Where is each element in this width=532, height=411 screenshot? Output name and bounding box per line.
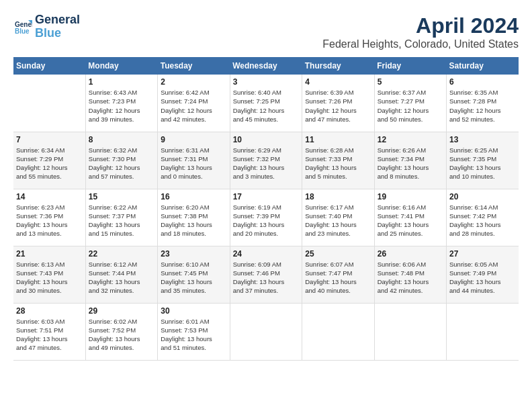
day-number: 21 (16, 249, 83, 259)
day-info: Sunrise: 6:01 AM Sunset: 7:53 PM Dayligh… (161, 317, 226, 353)
day-info: Sunrise: 6:22 AM Sunset: 7:37 PM Dayligh… (89, 203, 154, 238)
day-number: 25 (305, 249, 371, 259)
day-info: Sunrise: 6:34 AM Sunset: 7:29 PM Dayligh… (16, 146, 83, 181)
header-day-tuesday: Tuesday (158, 57, 230, 75)
calendar-cell: 13Sunrise: 6:25 AM Sunset: 7:35 PM Dayli… (447, 132, 519, 189)
calendar-cell: 27Sunrise: 6:05 AM Sunset: 7:49 PM Dayli… (447, 246, 519, 303)
calendar-cell: 8Sunrise: 6:32 AM Sunset: 7:30 PM Daylig… (85, 132, 157, 189)
day-number: 15 (89, 192, 154, 201)
day-info: Sunrise: 6:28 AM Sunset: 7:33 PM Dayligh… (305, 146, 371, 181)
day-number: 13 (449, 135, 516, 144)
calendar-cell: 18Sunrise: 6:17 AM Sunset: 7:40 PM Dayli… (302, 189, 374, 246)
day-number: 26 (378, 249, 443, 259)
day-number: 3 (233, 77, 300, 87)
day-info: Sunrise: 6:43 AM Sunset: 7:23 PM Dayligh… (89, 88, 154, 124)
calendar-cell: 16Sunrise: 6:20 AM Sunset: 7:38 PM Dayli… (158, 189, 230, 246)
calendar-cell: 3Sunrise: 6:40 AM Sunset: 7:25 PM Daylig… (230, 75, 302, 132)
day-info: Sunrise: 6:07 AM Sunset: 7:47 PM Dayligh… (305, 260, 371, 295)
calendar-cell (374, 303, 446, 360)
title-block: April 2024 Federal Heights, Colorado, Un… (322, 13, 519, 50)
calendar-week-1: 1Sunrise: 6:43 AM Sunset: 7:23 PM Daylig… (13, 75, 519, 132)
day-info: Sunrise: 6:37 AM Sunset: 7:27 PM Dayligh… (378, 88, 443, 124)
location-title: Federal Heights, Colorado, United States (322, 38, 519, 50)
logo-icon: General Blue (13, 17, 32, 36)
day-number: 12 (378, 135, 443, 144)
day-number: 7 (16, 135, 83, 144)
calendar-cell: 25Sunrise: 6:07 AM Sunset: 7:47 PM Dayli… (302, 246, 374, 303)
day-number: 30 (161, 306, 226, 316)
calendar-week-2: 7Sunrise: 6:34 AM Sunset: 7:29 PM Daylig… (13, 132, 519, 189)
day-number: 28 (16, 306, 83, 316)
day-number: 24 (233, 249, 300, 259)
header-day-saturday: Saturday (447, 57, 519, 75)
day-info: Sunrise: 6:19 AM Sunset: 7:39 PM Dayligh… (233, 203, 300, 238)
calendar-cell: 26Sunrise: 6:06 AM Sunset: 7:48 PM Dayli… (374, 246, 446, 303)
day-number: 5 (378, 77, 443, 87)
calendar-cell: 30Sunrise: 6:01 AM Sunset: 7:53 PM Dayli… (158, 303, 230, 360)
day-number: 17 (233, 192, 300, 201)
day-number: 16 (161, 192, 226, 201)
day-info: Sunrise: 6:10 AM Sunset: 7:45 PM Dayligh… (161, 260, 226, 295)
day-info: Sunrise: 6:26 AM Sunset: 7:34 PM Dayligh… (378, 146, 443, 181)
day-info: Sunrise: 6:42 AM Sunset: 7:24 PM Dayligh… (161, 88, 226, 124)
calendar-header: SundayMondayTuesdayWednesdayThursdayFrid… (13, 57, 519, 75)
calendar-cell: 4Sunrise: 6:39 AM Sunset: 7:26 PM Daylig… (302, 75, 374, 132)
calendar-cell: 5Sunrise: 6:37 AM Sunset: 7:27 PM Daylig… (374, 75, 446, 132)
day-info: Sunrise: 6:17 AM Sunset: 7:40 PM Dayligh… (305, 203, 371, 238)
calendar-week-4: 21Sunrise: 6:13 AM Sunset: 7:43 PM Dayli… (13, 246, 519, 303)
logo-text: General Blue (35, 13, 80, 40)
calendar-body: 1Sunrise: 6:43 AM Sunset: 7:23 PM Daylig… (13, 75, 519, 360)
calendar-cell: 29Sunrise: 6:02 AM Sunset: 7:52 PM Dayli… (85, 303, 157, 360)
header-day-sunday: Sunday (13, 57, 85, 75)
day-info: Sunrise: 6:35 AM Sunset: 7:28 PM Dayligh… (449, 88, 516, 124)
calendar-cell: 23Sunrise: 6:10 AM Sunset: 7:45 PM Dayli… (158, 246, 230, 303)
calendar-cell: 1Sunrise: 6:43 AM Sunset: 7:23 PM Daylig… (85, 75, 157, 132)
calendar-cell: 6Sunrise: 6:35 AM Sunset: 7:28 PM Daylig… (447, 75, 519, 132)
day-number: 20 (449, 192, 516, 201)
day-info: Sunrise: 6:16 AM Sunset: 7:41 PM Dayligh… (378, 203, 443, 238)
day-number: 11 (305, 135, 371, 144)
day-number: 14 (16, 192, 83, 201)
calendar-cell: 20Sunrise: 6:14 AM Sunset: 7:42 PM Dayli… (447, 189, 519, 246)
day-number: 6 (449, 77, 516, 87)
day-info: Sunrise: 6:25 AM Sunset: 7:35 PM Dayligh… (449, 146, 516, 181)
calendar-cell: 19Sunrise: 6:16 AM Sunset: 7:41 PM Dayli… (374, 189, 446, 246)
header-day-friday: Friday (374, 57, 446, 75)
day-info: Sunrise: 6:06 AM Sunset: 7:48 PM Dayligh… (378, 260, 443, 295)
header-day-thursday: Thursday (302, 57, 374, 75)
day-info: Sunrise: 6:13 AM Sunset: 7:43 PM Dayligh… (16, 260, 83, 295)
calendar-cell: 14Sunrise: 6:23 AM Sunset: 7:36 PM Dayli… (13, 189, 85, 246)
calendar-cell: 21Sunrise: 6:13 AM Sunset: 7:43 PM Dayli… (13, 246, 85, 303)
day-info: Sunrise: 6:40 AM Sunset: 7:25 PM Dayligh… (233, 88, 300, 124)
day-info: Sunrise: 6:03 AM Sunset: 7:51 PM Dayligh… (16, 317, 83, 353)
day-info: Sunrise: 6:05 AM Sunset: 7:49 PM Dayligh… (449, 260, 516, 295)
day-number: 4 (305, 77, 371, 87)
svg-text:Blue: Blue (15, 28, 30, 35)
calendar-week-3: 14Sunrise: 6:23 AM Sunset: 7:36 PM Dayli… (13, 189, 519, 246)
month-title: April 2024 (322, 13, 519, 38)
calendar-cell: 15Sunrise: 6:22 AM Sunset: 7:37 PM Dayli… (85, 189, 157, 246)
day-number: 27 (449, 249, 516, 259)
page-header: General Blue General Blue April 2024 Fed… (13, 13, 519, 50)
day-info: Sunrise: 6:12 AM Sunset: 7:44 PM Dayligh… (89, 260, 154, 295)
calendar-cell: 28Sunrise: 6:03 AM Sunset: 7:51 PM Dayli… (13, 303, 85, 360)
calendar-cell: 12Sunrise: 6:26 AM Sunset: 7:34 PM Dayli… (374, 132, 446, 189)
calendar-cell: 9Sunrise: 6:31 AM Sunset: 7:31 PM Daylig… (158, 132, 230, 189)
day-info: Sunrise: 6:32 AM Sunset: 7:30 PM Dayligh… (89, 146, 154, 181)
day-number: 23 (161, 249, 226, 259)
day-number: 8 (89, 135, 154, 144)
calendar-cell: 24Sunrise: 6:09 AM Sunset: 7:46 PM Dayli… (230, 246, 302, 303)
day-info: Sunrise: 6:39 AM Sunset: 7:26 PM Dayligh… (305, 88, 371, 124)
header-row: SundayMondayTuesdayWednesdayThursdayFrid… (13, 57, 519, 75)
calendar-cell: 11Sunrise: 6:28 AM Sunset: 7:33 PM Dayli… (302, 132, 374, 189)
calendar-cell: 22Sunrise: 6:12 AM Sunset: 7:44 PM Dayli… (85, 246, 157, 303)
header-day-monday: Monday (85, 57, 157, 75)
day-number: 29 (89, 306, 154, 316)
day-number: 19 (378, 192, 443, 201)
day-info: Sunrise: 6:29 AM Sunset: 7:32 PM Dayligh… (233, 146, 300, 181)
calendar-cell: 17Sunrise: 6:19 AM Sunset: 7:39 PM Dayli… (230, 189, 302, 246)
day-number: 22 (89, 249, 154, 259)
logo-line1: General (35, 13, 80, 27)
day-info: Sunrise: 6:14 AM Sunset: 7:42 PM Dayligh… (449, 203, 516, 238)
day-info: Sunrise: 6:02 AM Sunset: 7:52 PM Dayligh… (89, 317, 154, 353)
